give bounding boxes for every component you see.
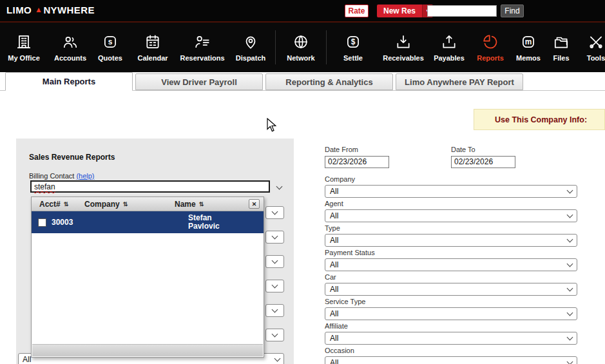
chevron-down-icon [567,187,573,193]
contact-result-row[interactable]: 30003 Stefan Pavlovic [32,211,264,233]
app-window: LIMO ▲ NYWHERE Rate New Res ▼ Find My Of… [0,0,605,364]
new-res-label[interactable]: New Res [377,5,422,17]
select-value: All [330,260,338,269]
car-select[interactable]: All [325,283,577,296]
row-checkbox[interactable] [38,218,46,227]
select-value: All [23,355,31,364]
nav-label: Quotes [98,54,122,62]
nav-item-quotes[interactable]: s Quotes [93,23,128,72]
select-value: All [330,285,338,294]
column-header-company[interactable]: Company ⇅ [84,200,175,209]
field-label: Service Type [325,298,577,306]
chevron-down-icon [272,209,278,215]
reservations-list-icon [194,34,211,50]
column-header-label: Name [175,200,196,209]
occasion-select[interactable]: All [325,356,577,364]
select-value: All [330,187,338,196]
chevron-down-icon [272,282,278,289]
rate-button[interactable]: Rate [345,5,369,17]
nav-label: Network [287,54,314,62]
svg-text:$: $ [351,37,356,46]
field-date-from: Date From [325,146,451,168]
column-header-name[interactable]: Name ⇅ [175,200,230,209]
nav-item-dispatch[interactable]: Dispatch [227,23,274,72]
chevron-down-icon [567,211,573,218]
folders-icon [553,34,570,50]
affiliate-select[interactable]: All [325,332,577,345]
nav-label: Reservations [180,54,224,62]
hidden-select-1[interactable] [265,206,284,219]
sort-icon[interactable]: ⇅ [64,201,69,207]
nav-item-reports[interactable]: Reports [470,23,510,72]
hidden-select-3[interactable] [265,255,284,268]
nav-item-payables[interactable]: Payables [428,23,470,72]
nav-item-network[interactable]: Network [276,23,325,72]
field-label: Affiliate [325,322,577,330]
pie-chart-icon [482,34,499,50]
nav-item-calendar[interactable]: Calendar [128,23,178,72]
popup-header-row: Acct# ⇅ Company ⇅ Name ⇅ ✕ [32,197,264,211]
nav-item-files[interactable]: Files [546,23,576,72]
logo-limo-text: LIMO [6,5,32,15]
contact-last-name: Pavlovic [188,222,220,231]
sort-icon[interactable]: ⇅ [199,201,204,207]
tab-reporting-analytics[interactable]: Reporting & Analytics [265,73,393,90]
tab-main-reports[interactable]: Main Reports [5,72,133,91]
field-payment-status: Payment Status All [325,249,577,271]
billing-contact-text: Billing Contact [29,172,74,180]
hidden-select-6[interactable] [265,329,284,341]
mouse-cursor [266,118,279,132]
find-button[interactable]: Find [501,5,524,17]
report-tabs: Main Reports View Driver Payroll Reporti… [0,72,605,91]
hidden-select-2[interactable] [265,231,284,244]
select-value: All [330,211,338,220]
field-label: Type [325,224,577,233]
nav-item-accounts[interactable]: Accounts [48,23,93,72]
tab-limo-anywhere-pay-report[interactable]: Limo Anywhere PAY Report [396,73,523,90]
nav-item-reservations[interactable]: Reservations [178,23,227,72]
tools-icon [588,34,604,50]
map-pin-icon [242,34,259,50]
limo-anywhere-logo[interactable]: LIMO ▲ NYWHERE [6,5,95,15]
type-select[interactable]: All [325,234,577,247]
popup-scrollbar[interactable] [32,344,263,356]
column-header-acct[interactable]: Acct# ⇅ [39,200,84,209]
field-label: Occasion [325,347,577,355]
hidden-select-5[interactable] [265,304,284,317]
date-to-input[interactable] [451,156,515,168]
payment-status-select[interactable]: All [325,258,577,271]
billing-contact-dropdown-toggle[interactable] [274,182,284,192]
date-from-input[interactable] [325,156,389,168]
field-car: Car All [325,273,577,296]
billing-contact-search-input[interactable]: stefan [30,180,270,193]
logo-anywhere-text: NYWHERE [43,5,94,15]
nav-item-receivables[interactable]: Receivables [379,23,428,72]
hidden-select-4[interactable] [265,280,284,292]
sort-icon[interactable]: ⇅ [123,201,128,207]
agent-select[interactable]: All [325,209,577,222]
nav-item-my-office[interactable]: My Office [0,23,48,72]
nav-label: Receivables [383,54,424,62]
use-company-info-notice[interactable]: Use This Company Info: [474,109,605,130]
field-service-type: Service Type All [325,298,577,320]
billing-contact-help-link[interactable]: (help) [76,172,94,180]
field-label: Agent [325,200,577,208]
globe-icon [293,34,309,50]
nav-label: Tools [587,54,605,62]
download-tray-icon [395,34,412,50]
field-label: Payment Status [325,249,577,257]
close-icon[interactable]: ✕ [249,199,260,209]
company-select[interactable]: All [325,185,577,198]
nav-item-settle[interactable]: $ Settle [327,23,379,72]
field-label: Date To [451,146,577,154]
chevron-down-icon [567,285,573,291]
nav-item-tools[interactable]: Tools [576,23,605,72]
new-res-button[interactable]: New Res ▼ [377,5,433,17]
tab-view-driver-payroll[interactable]: View Driver Payroll [135,73,263,90]
chevron-down-icon [567,309,573,316]
service-type-select[interactable]: All [325,307,577,320]
nav-item-memos[interactable]: m Memos [510,23,546,72]
svg-text:s: s [108,37,113,46]
quick-find-input[interactable] [427,5,497,17]
chevron-down-icon [276,183,282,189]
